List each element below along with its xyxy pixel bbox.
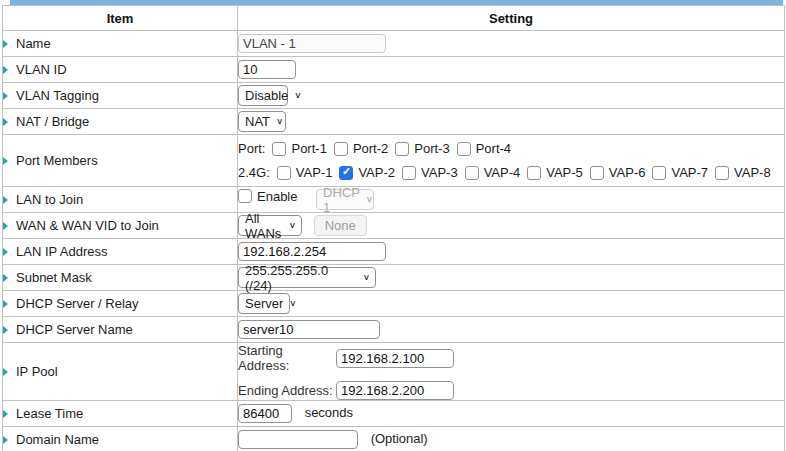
column-header-item: Item [3, 6, 238, 31]
header-row: Item Setting [3, 6, 785, 31]
checkbox-box[interactable] [272, 142, 286, 156]
dhcp-server-name-input[interactable] [238, 320, 380, 339]
row-vlan-tagging: VLAN Tagging Disable ∨ [3, 83, 785, 109]
vap-checkbox-group: 2.4G: VAP-1 VAP-2 VAP-3 VAP-4 VAP-5 VAP-… [238, 165, 784, 180]
checkbox-port-1[interactable]: Port-1 [272, 141, 326, 156]
checkbox-box[interactable] [395, 142, 409, 156]
lease-time-input[interactable] [238, 404, 292, 423]
vlan-name-input[interactable] [238, 34, 386, 53]
row-label: DHCP Server Name [16, 322, 133, 337]
domain-name-input[interactable] [238, 430, 358, 449]
dhcp-profile-select: DHCP 1 ∨ [316, 189, 374, 210]
vlan-id-input[interactable] [238, 60, 296, 79]
starting-address-label: Starting Address: [238, 343, 336, 373]
top-accent-bar [10, 0, 783, 5]
row-lan-to-join: LAN to Join Enable DHCP 1 ∨ [3, 187, 785, 213]
row-lease-time: Lease Time seconds [3, 401, 785, 427]
select-value: Server [245, 296, 283, 311]
checkbox-vap-4[interactable]: VAP-4 [465, 165, 521, 180]
row-label: Subnet Mask [16, 270, 92, 285]
vlan-settings-table: Item Setting Name VLAN ID VLAN Tagging D… [2, 5, 785, 451]
checkbox-vap-6[interactable]: VAP-6 [590, 165, 646, 180]
row-label: IP Pool [16, 364, 58, 379]
chevron-down-icon: ∨ [366, 195, 373, 204]
checkbox-box[interactable] [457, 142, 471, 156]
select-value: DHCP 1 [323, 185, 360, 215]
checkbox-box[interactable] [277, 166, 291, 180]
arrow-bullet-icon [3, 248, 8, 256]
checkbox-port-4[interactable]: Port-4 [457, 141, 511, 156]
row-label: LAN to Join [16, 192, 83, 207]
nat-bridge-select[interactable]: NAT ∨ [238, 111, 286, 132]
dhcp-mode-select[interactable]: Server ∨ [238, 293, 290, 314]
select-value: 255.255.255.0 (/24) [245, 263, 357, 293]
checkbox-box[interactable] [402, 166, 416, 180]
column-header-setting: Setting [238, 6, 785, 31]
row-port-members: Port Members Port: Port-1 Port-2 Port-3 … [3, 135, 785, 187]
row-label: Domain Name [16, 432, 99, 447]
arrow-bullet-icon [3, 40, 8, 48]
row-lan-ip: LAN IP Address [3, 239, 785, 265]
row-label: LAN IP Address [16, 244, 108, 259]
checkbox-box[interactable] [527, 166, 541, 180]
checkbox-box[interactable] [334, 142, 348, 156]
chevron-down-icon: ∨ [289, 221, 296, 230]
starting-address-input[interactable] [336, 349, 454, 368]
select-value: NAT [245, 114, 270, 129]
chevron-down-icon: ∨ [294, 91, 301, 100]
arrow-bullet-icon [3, 157, 8, 165]
checkbox-box[interactable] [339, 166, 353, 180]
arrow-bullet-icon [3, 222, 8, 230]
row-label: Port Members [16, 153, 98, 168]
lan-ip-input[interactable] [238, 242, 386, 261]
row-label: Lease Time [16, 406, 83, 421]
checkbox-port-3[interactable]: Port-3 [395, 141, 449, 156]
row-label: Name [16, 36, 51, 51]
arrow-bullet-icon [3, 66, 8, 74]
checkbox-vap-7[interactable]: VAP-7 [652, 165, 708, 180]
checkbox-box[interactable] [465, 166, 479, 180]
wifi-group-label: 2.4G: [238, 165, 270, 180]
select-value: Disable [245, 88, 288, 103]
row-dhcp-mode: DHCP Server / Relay Server ∨ [3, 291, 785, 317]
port-group-label: Port: [238, 141, 265, 156]
row-label: NAT / Bridge [16, 114, 89, 129]
checkbox-box[interactable] [590, 166, 604, 180]
optional-hint: (Optional) [371, 431, 428, 446]
checkbox-vap-8[interactable]: VAP-8 [715, 165, 771, 180]
row-dhcp-name: DHCP Server Name [3, 317, 785, 343]
row-label: VLAN Tagging [16, 88, 99, 103]
arrow-bullet-icon [3, 274, 8, 282]
row-label: WAN & WAN VID to Join [16, 218, 159, 233]
wan-select[interactable]: All WANs ∨ [238, 215, 302, 236]
chevron-down-icon: ∨ [363, 273, 370, 282]
select-value: All WANs [245, 211, 283, 241]
checkbox-vap-2[interactable]: VAP-2 [339, 165, 395, 180]
chevron-down-icon: ∨ [289, 299, 296, 308]
arrow-bullet-icon [3, 368, 8, 376]
checkbox-box[interactable] [238, 189, 252, 203]
row-label: DHCP Server / Relay [16, 296, 139, 311]
arrow-bullet-icon [3, 326, 8, 334]
checkbox-vap-1[interactable]: VAP-1 [277, 165, 333, 180]
row-vlan-id: VLAN ID [3, 57, 785, 83]
checkbox-enable-lan-join[interactable]: Enable [238, 189, 297, 204]
subnet-mask-select[interactable]: 255.255.255.0 (/24) ∨ [238, 267, 376, 288]
arrow-bullet-icon [3, 300, 8, 308]
port-checkbox-group: Port: Port-1 Port-2 Port-3 Port-4 [238, 141, 784, 156]
checkbox-port-2[interactable]: Port-2 [334, 141, 388, 156]
row-ip-pool: IP Pool Starting Address: Ending Address… [3, 343, 785, 401]
row-subnet-mask: Subnet Mask 255.255.255.0 (/24) ∨ [3, 265, 785, 291]
vlan-tagging-select[interactable]: Disable ∨ [238, 85, 288, 106]
none-button: None [314, 215, 367, 236]
checkbox-vap-5[interactable]: VAP-5 [527, 165, 583, 180]
chevron-down-icon: ∨ [276, 117, 283, 126]
arrow-bullet-icon [3, 92, 8, 100]
row-nat-bridge: NAT / Bridge NAT ∨ [3, 109, 785, 135]
arrow-bullet-icon [3, 436, 8, 444]
checkbox-box[interactable] [715, 166, 729, 180]
checkbox-box[interactable] [652, 166, 666, 180]
checkbox-vap-3[interactable]: VAP-3 [402, 165, 458, 180]
arrow-bullet-icon [3, 118, 8, 126]
ending-address-input[interactable] [336, 381, 454, 400]
